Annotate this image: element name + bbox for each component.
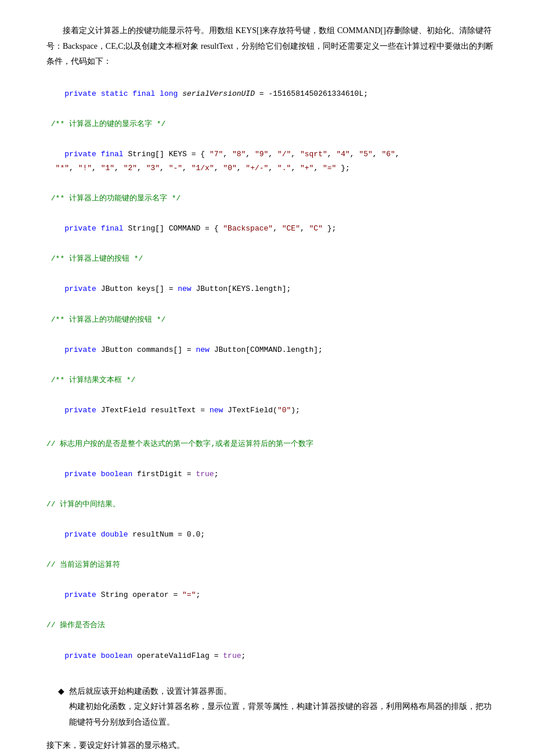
next-paragraph: 接下来，要设定好计算器的显示格式。 <box>46 738 499 754</box>
bullet-item-1: ◆ 然后就应该开始构建函数，设置计算器界面。构建初始化函数，定义好计算器名称，显… <box>58 684 499 730</box>
code-line-commands-btn: private JButton commands[] = new JButton… <box>46 329 499 371</box>
diamond-icon: ◆ <box>58 684 64 699</box>
bullet-text: 然后就应该开始构建函数，设置计算器界面。构建初始化函数，定义好计算器名称，显示位… <box>69 684 499 730</box>
code-resultnum: private double resultNum = 0.0; <box>46 514 499 556</box>
code-block-1: private static final long serialVersionU… <box>46 73 499 115</box>
code-firstdigit: private boolean firstDigit = true; <box>46 453 499 495</box>
comment-resultnum: // 计算的中间结果。 <box>46 498 499 512</box>
comment-validflag: // 操作是否合法 <box>46 618 499 632</box>
comment-operator: // 当前运算的运算符 <box>46 558 499 572</box>
code-comment-4: /** 计算器上的功能键的按钮 */ <box>46 313 499 327</box>
code-operator: private String operator = "="; <box>46 574 499 616</box>
page-content: 接着定义计算器上的按键功能显示符号。用数组 KEYS[]来存放符号键，数组 CO… <box>46 23 499 756</box>
comment-firstdigit: // 标志用户按的是否是整个表达式的第一个数字,或者是运算符后的第一个数字 <box>46 437 499 451</box>
code-line-command: private final String[] COMMAND = { "Back… <box>46 208 499 250</box>
code-comment-5: /** 计算结果文本框 */ <box>46 373 499 387</box>
code-comment-3: /** 计算器上键的按钮 */ <box>46 252 499 266</box>
intro-paragraph: 接着定义计算器上的按键功能显示符号。用数组 KEYS[]来存放符号键，数组 CO… <box>46 23 499 70</box>
code-comment-1: /** 计算器上的键的显示名字 */ <box>46 117 499 131</box>
code-comment-2: /** 计算器上的功能键的显示名字 */ <box>46 192 499 206</box>
code-line-textfield: private JTextField resultText = new JTex… <box>46 390 499 431</box>
bullet-section: ◆ 然后就应该开始构建函数，设置计算器界面。构建初始化函数，定义好计算器名称，显… <box>58 684 499 730</box>
code-line-keys: private final String[] KEYS = { "7", "8"… <box>46 134 499 189</box>
code-line-keys-btn: private JButton keys[] = new JButton[KEY… <box>46 268 499 310</box>
code-validflag: private boolean operateValidFlag = true; <box>46 635 499 677</box>
